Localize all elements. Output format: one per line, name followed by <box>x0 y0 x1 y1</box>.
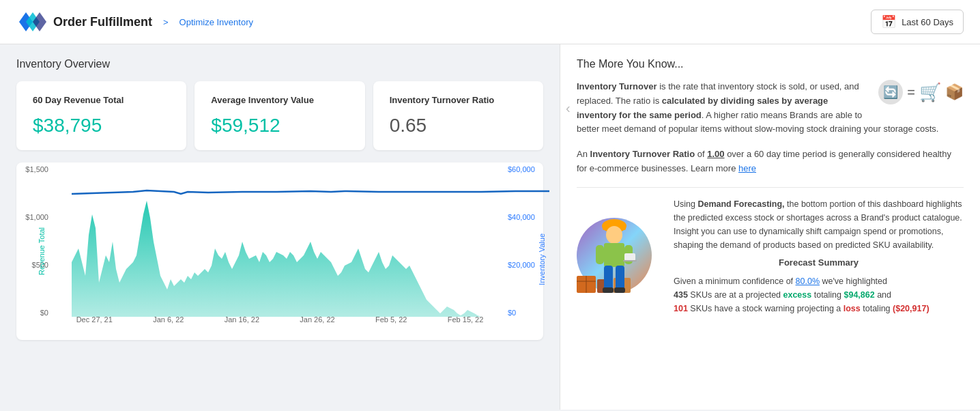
forecast-text-block: Using Demand Forecasting, the bottom por… <box>674 197 964 315</box>
kpi-avg-inventory-value: $59,512 <box>211 115 348 137</box>
info-2a: An <box>577 149 590 159</box>
chevron-left-icon[interactable]: ‹ <box>566 100 571 116</box>
svg-point-5 <box>606 226 622 244</box>
app-header: Order Fulfillment > Optimize Inventory 📅… <box>0 0 980 44</box>
revenue-axis-label: Revenue Total <box>38 227 46 275</box>
y-axis-right: $60,000 $40,000 $20,000 $0 <box>508 162 542 320</box>
y-right-0: $0 <box>508 309 516 317</box>
inventory-chart: Revenue Total Inventory Value $1,500 $1,… <box>16 162 543 340</box>
refresh-icon: 🔄 <box>878 80 903 104</box>
turnover-icons: 🔄 = 🛒 📦 <box>878 80 964 104</box>
forecast-confidence-end: we've highlighted <box>820 277 887 286</box>
y-left-1000: $1,000 <box>25 213 48 221</box>
info-paragraph-2: An Inventory Turnover Ratio of 1.00 over… <box>577 147 964 176</box>
forecast-loss-para: 101 SKUs have a stock warning projecting… <box>674 302 964 315</box>
forecast-confidence-para: Given a minimum confidence of 80.0% we'v… <box>674 274 964 288</box>
svg-rect-7 <box>596 245 604 264</box>
x-label-dec27: Dec 27, 21 <box>76 315 113 324</box>
inventory-overview-title: Inventory Overview <box>16 58 543 70</box>
forecast-summary-title: Forecast Summary <box>674 256 964 270</box>
forecast-confidence-pct: 80.0% <box>796 277 820 286</box>
box-icon: 📦 <box>945 83 964 101</box>
x-label-jan6: Jan 6, 22 <box>153 315 184 324</box>
y-left-1500: $1,500 <box>25 165 48 173</box>
info-2b: Inventory Turnover Ratio <box>590 149 695 159</box>
info-2c: of <box>695 149 707 159</box>
forecast-section: Using Demand Forecasting, the bottom por… <box>577 197 964 315</box>
svg-rect-6 <box>604 243 624 267</box>
x-label-jan26: Jan 26, 22 <box>300 315 334 324</box>
breadcrumb-area: Order Fulfillment > Optimize Inventory <box>16 10 253 34</box>
svg-rect-13 <box>624 253 635 261</box>
forecast-excess-end: and <box>875 290 891 300</box>
kpi-avg-inventory-label: Average Inventory Value <box>211 95 348 107</box>
forecast-excess-para: 435 SKUs are at a projected excess total… <box>674 288 964 302</box>
forecast-loss-text: SKUs have a stock warning projecting a <box>688 304 844 313</box>
svg-rect-11 <box>603 287 614 293</box>
x-label-feb5: Feb 5, 22 <box>375 315 407 324</box>
cart-icon: 🛒 <box>919 82 941 103</box>
x-label-feb15: Feb 15, 22 <box>448 315 484 324</box>
forecast-illustration <box>577 197 665 293</box>
equals-icon: = <box>907 85 915 100</box>
forecast-bold: Demand Forecasting, <box>697 199 784 209</box>
y-right-60k: $60,000 <box>508 165 535 173</box>
kpi-turnover-label: Inventory Turnover Ratio <box>390 95 527 107</box>
kpi-revenue-value: $38,795 <box>33 115 170 137</box>
left-panel: Inventory Overview 60 Day Revenue Total … <box>0 44 560 410</box>
kpi-card-avg-inventory: Average Inventory Value $59,512 <box>194 81 364 150</box>
forecast-intro: Using <box>674 199 697 209</box>
kpi-turnover-value: 0.65 <box>390 115 527 137</box>
forecast-excess-text: SKUs are at a projected <box>688 290 783 300</box>
divider <box>577 187 964 188</box>
forecast-intro-para: Using Demand Forecasting, the bottom por… <box>674 197 964 252</box>
svg-rect-12 <box>614 287 625 293</box>
svg-rect-9 <box>604 266 613 290</box>
forecast-loss-word: loss <box>844 304 861 313</box>
forecast-loss-connector: totaling <box>861 304 893 313</box>
chart-svg <box>56 173 560 317</box>
date-filter-label: Last 60 Days <box>902 17 953 27</box>
forecast-loss-count: 101 <box>674 304 688 313</box>
breadcrumb-separator: > <box>163 17 169 27</box>
logo-icon <box>16 10 46 34</box>
right-panel: The More You Know... ‹ 🔄 = 🛒 📦 Inventory… <box>560 44 980 410</box>
forecast-excess-amount: $94,862 <box>844 290 875 300</box>
forecast-excess-word: excess <box>783 290 812 300</box>
worker-svg <box>590 211 638 293</box>
x-label-jan16: Jan 16, 22 <box>225 315 259 324</box>
forecast-confidence-text: Given a minimum confidence of <box>674 277 796 286</box>
info-2d: 1.00 <box>707 149 724 159</box>
learn-more-link[interactable]: here <box>738 163 756 173</box>
forecast-excess-connector: totaling <box>811 290 844 300</box>
app-name: Order Fulfillment <box>53 15 152 29</box>
inventory-turnover-term: Inventory Turnover <box>577 81 657 91</box>
forecast-excess-count: 435 <box>674 290 688 300</box>
svg-rect-14 <box>623 260 637 261</box>
date-filter-button[interactable]: 📅 Last 60 Days <box>871 10 964 34</box>
y-right-20k: $20,000 <box>508 261 535 269</box>
info-block: ‹ 🔄 = 🛒 📦 Inventory Turnover is the rate… <box>577 80 964 176</box>
forecast-loss-amount: ($20,917) <box>893 304 929 313</box>
y-right-40k: $40,000 <box>508 213 535 221</box>
svg-rect-10 <box>616 266 624 290</box>
kpi-row: 60 Day Revenue Total $38,795 Average Inv… <box>16 81 543 150</box>
kpi-revenue-label: 60 Day Revenue Total <box>33 95 170 107</box>
y-left-0: $0 <box>40 309 48 317</box>
info-section-2: An Inventory Turnover Ratio of 1.00 over… <box>577 147 964 176</box>
page-title: Optimize Inventory <box>179 17 253 27</box>
calendar-icon: 📅 <box>881 14 896 29</box>
inventory-axis-label: Inventory Value <box>538 233 546 285</box>
kpi-card-revenue: 60 Day Revenue Total $38,795 <box>16 81 186 150</box>
main-content: Inventory Overview 60 Day Revenue Total … <box>0 44 980 410</box>
kpi-card-turnover: Inventory Turnover Ratio 0.65 <box>373 81 543 150</box>
right-panel-title: The More You Know... <box>577 58 964 70</box>
